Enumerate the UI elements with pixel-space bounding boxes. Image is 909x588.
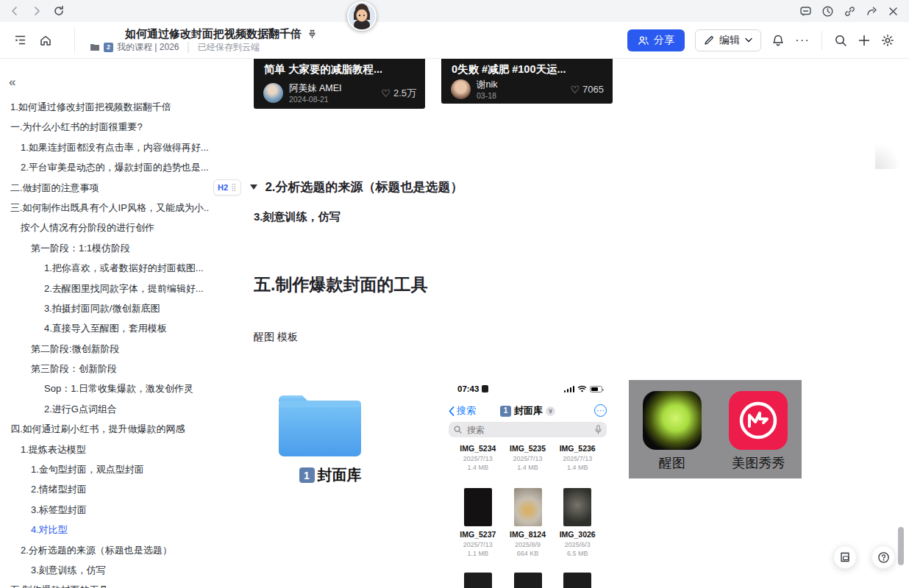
album-chevron-icon[interactable]: ∨ [546,406,555,416]
close-icon[interactable] [888,6,899,17]
forward-icon[interactable] [31,5,43,17]
file-thumbnail[interactable] [464,573,492,588]
drag-handle-icon[interactable]: ⣿ [231,183,237,191]
file-thumbnail[interactable] [514,488,542,526]
doc-paragraph: 醒图 模板 [254,331,298,344]
file-item[interactable]: IMG_52372025/7/131.1 MB [453,488,503,558]
folder-image[interactable]: 1 封面库 [274,390,386,485]
outline-item[interactable]: 1.金句型封面，观点型封面 [0,459,210,479]
help-fab-button[interactable] [871,545,895,569]
breadcrumb[interactable]: 我的课程 | 2026 [117,43,179,52]
file-item[interactable]: IMG_52352025/7/131.4 MB [503,444,553,472]
outline-item[interactable]: 第一阶段：1:1模仿阶段 [0,238,210,258]
outline-sidebar: « 1.如何通过修改封面把视频数据翻千倍一.为什么小红书的封面很重要?1.如果连… [0,59,210,588]
outline-item[interactable]: 四.如何通过刷小红书，提升做爆款的网感 [0,419,210,439]
outline-item[interactable]: 一.为什么小红书的封面很重要? [0,117,210,137]
collapse-arrow-icon[interactable] [250,184,257,190]
post-date: 2024-08-21 [289,95,342,104]
post-card[interactable]: 简单 大家要的减脂教程... 阿美妹 AMEI 2024-08-21 ♡2.5万 [254,59,425,109]
pencil-icon [704,35,714,46]
share-window-icon[interactable] [866,5,878,18]
status-lock-icon [482,385,488,392]
file-name: IMG_5236 [552,444,602,453]
file-thumbnail[interactable] [563,488,591,526]
back-icon[interactable] [9,5,21,17]
outline-item[interactable]: 2.进行G点词组合 [0,399,210,419]
xingtu-app-icon[interactable] [643,391,702,450]
wifi-icon [577,385,587,392]
status-bar: 07:43 [441,384,614,393]
file-name: IMG_5235 [503,444,553,453]
outline-item[interactable]: 2.情绪型封面 [0,479,210,499]
folder-name: 封面库 [318,465,362,485]
breadcrumb-badge: 2 [104,43,113,52]
file-item[interactable]: IMG_81242025/8/9664 KB [503,488,553,558]
file-meta: 2025/7/131.4 MB [453,454,503,472]
comment-icon[interactable] [799,5,812,18]
outline-toggle-icon[interactable] [13,33,27,47]
file-item[interactable]: IMG_52342025/7/131.4 MB [453,444,503,472]
outline-item[interactable]: 三.如何制作出既具有个人IP风格，又能成为小... [0,198,210,218]
edit-button-label: 编辑 [719,34,740,47]
search-icon [454,426,462,434]
pin-icon[interactable] [307,29,317,39]
post-date: 03-18 [477,91,497,100]
app-xingtu: 醒图 [637,391,707,478]
post-author: 谢nik [477,79,497,90]
like-count: 7065 [582,84,604,95]
file-item[interactable]: IMG_52362025/7/131.4 MB [552,444,602,472]
file-thumbnail[interactable] [563,573,591,588]
sidebar-collapse-icon[interactable]: « [9,75,15,90]
plus-icon[interactable] [858,34,871,47]
search-icon[interactable] [834,34,847,47]
app-icons-image[interactable]: 醒图 美图秀秀 [629,380,802,478]
user-avatar[interactable] [347,1,377,31]
avatar [451,79,471,99]
file-thumbnail[interactable] [514,573,542,588]
post-card[interactable]: 0失败 #减肥 #100天运... 谢nik 03-18 ♡7065 [441,59,613,104]
outline-item[interactable]: 按个人情况有分阶段的进行创作 [0,218,210,237]
phone-search-input[interactable] [466,424,591,436]
home-icon[interactable] [39,34,52,47]
outline-item[interactable]: 3.标签型封面 [0,500,210,520]
reload-icon[interactable] [53,5,65,17]
outline-item[interactable]: 2.去醒图里找同款字体，提前编辑好... [0,279,210,298]
outline-item[interactable]: 第二阶段:微创新阶段 [0,339,210,359]
outline-item[interactable]: 二.做封面的注意事项 [0,178,210,198]
outline-item[interactable]: 2.平台审美是动态的，爆款封面的趋势也是... [0,157,210,177]
meitu-app-icon[interactable] [729,391,788,450]
bell-icon[interactable] [771,34,785,47]
outline-item[interactable]: 4.对比型 [0,520,210,539]
gear-icon[interactable] [881,34,894,47]
file-item[interactable]: IMG_30262025/6/36.5 MB [552,488,602,558]
outline-item[interactable]: 1.提炼表达模型 [0,440,210,459]
heading-type-badge[interactable]: H2 ⣿ [213,179,241,196]
phone-search-bar[interactable] [449,422,607,437]
link-icon[interactable] [844,5,856,18]
outline-item[interactable]: 3.刻意训练，仿写 [0,560,210,580]
doc-heading-h2: 2.分析选题的来源（标题也是选题） [265,179,463,196]
outline-item[interactable]: 1.如果连封面都没有点击率，内容做得再好... [0,137,210,157]
more-icon[interactable]: ··· [795,33,810,48]
outline-item[interactable]: 五.制作爆款封面的工具 [0,580,210,588]
outline-item[interactable]: 1.如何通过修改封面把视频数据翻千倍 [0,97,210,117]
phone-more-button[interactable]: ⋯ [594,404,607,417]
share-button-label: 分享 [654,34,674,47]
share-button[interactable]: 分享 [627,29,685,51]
outline-item[interactable]: 2.分析选题的来源（标题也是选题） [0,540,210,560]
outline-item[interactable]: 3.拍摄封面同款/微创新底图 [0,298,210,318]
outline-item[interactable]: Sop：1.日常收集爆款，激发创作灵 [0,379,210,398]
scrollbar-thumb[interactable] [898,527,904,565]
comments-fab-button[interactable] [833,545,857,569]
album-badge: 1 [500,406,511,417]
signal-icon [564,386,575,392]
history-icon[interactable] [821,5,834,18]
outline-item[interactable]: 1.把你喜欢，或者数据好的封面截图... [0,258,210,278]
outline-item[interactable]: 4.直接导入至醒图，套用模板 [0,318,210,338]
edit-button[interactable]: 编辑 [695,29,761,51]
outline-item[interactable]: 第三阶段：创新阶段 [0,359,210,379]
file-name: IMG_3026 [552,530,602,539]
file-name: IMG_5234 [453,444,503,453]
phone-screenshot-image[interactable]: 07:43 搜索 1 封面库 ∨ [441,380,614,588]
file-thumbnail[interactable] [464,488,492,526]
